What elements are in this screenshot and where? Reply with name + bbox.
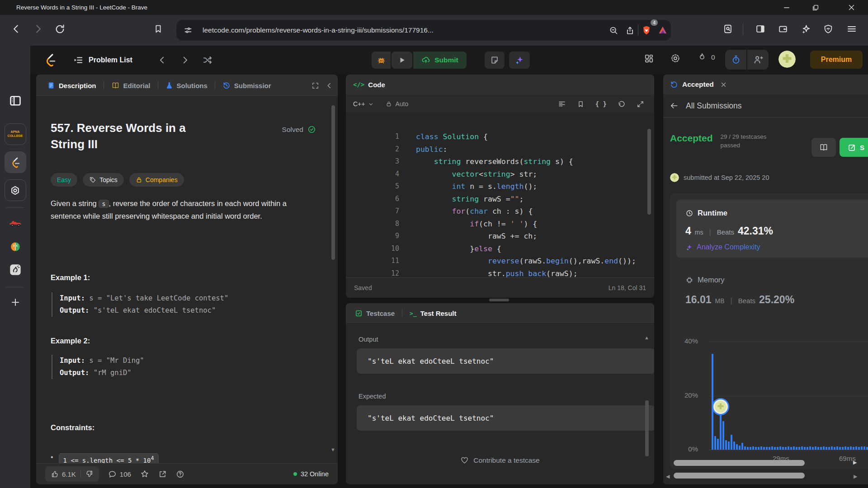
collapse-panel-icon[interactable] bbox=[326, 82, 333, 89]
share-icon[interactable] bbox=[622, 22, 638, 38]
chart-bar[interactable] bbox=[758, 447, 760, 450]
chart-bar[interactable] bbox=[850, 446, 852, 450]
minimize-button[interactable] bbox=[776, 0, 797, 15]
code-editor[interactable]: 1class Solution {2public:3 string revers… bbox=[346, 113, 654, 295]
random-problem-button[interactable] bbox=[203, 55, 212, 65]
testcase-scrollbar[interactable] bbox=[645, 400, 649, 456]
chart-bar[interactable] bbox=[826, 447, 827, 450]
sidebar-tab-leetcode[interactable] bbox=[5, 151, 26, 173]
chart-bar[interactable] bbox=[771, 446, 773, 450]
forward-button[interactable] bbox=[28, 19, 48, 39]
code-line[interactable]: 7 for(char ch : s) { bbox=[346, 205, 654, 218]
auto-save-indicator[interactable]: Auto bbox=[386, 100, 408, 108]
back-button[interactable] bbox=[6, 19, 26, 39]
panel-scroll-right[interactable]: ▶ bbox=[854, 474, 857, 479]
address-bar[interactable]: leetcode.com/problems/reverse-words-in-a… bbox=[176, 20, 671, 41]
memory-block[interactable]: Memory bbox=[685, 276, 725, 284]
debug-button[interactable] bbox=[372, 52, 391, 69]
sidebar-bookmark-brain[interactable] bbox=[9, 241, 21, 253]
bookmark-code-icon[interactable] bbox=[577, 100, 585, 108]
like-button[interactable]: 6.1K bbox=[51, 470, 76, 478]
ai-assistant-button[interactable] bbox=[509, 52, 530, 69]
expand-panel-icon[interactable] bbox=[311, 82, 319, 89]
all-submissions-bar[interactable]: All Submissions bbox=[663, 94, 868, 117]
settings-button[interactable] bbox=[670, 53, 681, 64]
chart-bar[interactable] bbox=[790, 447, 792, 450]
chart-bar[interactable] bbox=[788, 446, 789, 450]
chart-bar[interactable] bbox=[866, 447, 868, 450]
chart-bar[interactable] bbox=[733, 441, 735, 450]
chart-bar[interactable] bbox=[839, 447, 841, 450]
streak-counter[interactable]: 0 bbox=[697, 52, 715, 62]
chart-bar[interactable] bbox=[725, 440, 727, 450]
chart-bar[interactable] bbox=[741, 443, 743, 450]
code-line[interactable]: 10 }else { bbox=[346, 243, 654, 255]
chart-bar[interactable] bbox=[763, 447, 765, 450]
search-panel-button[interactable] bbox=[718, 19, 738, 39]
chart-bar[interactable] bbox=[801, 446, 803, 450]
chart-bar[interactable] bbox=[828, 447, 830, 450]
chart-bar[interactable] bbox=[815, 446, 816, 450]
scroll-up-arrow[interactable]: ▲ bbox=[644, 335, 649, 340]
topics-tag[interactable]: Topics bbox=[83, 173, 124, 187]
code-line[interactable]: 5 int n = s.length(); bbox=[346, 180, 654, 193]
chart-bar[interactable] bbox=[777, 447, 778, 450]
difficulty-badge[interactable]: Easy bbox=[51, 173, 77, 187]
brave-shield-button[interactable]: 4 bbox=[638, 22, 655, 38]
maximize-button[interactable] bbox=[805, 0, 826, 15]
leo-ai-button[interactable] bbox=[796, 19, 816, 39]
panel-scroll-left[interactable]: ◀ bbox=[666, 474, 670, 479]
wallet-button[interactable] bbox=[773, 19, 793, 39]
language-selector[interactable]: C++ bbox=[353, 100, 374, 108]
url-text[interactable]: leetcode.com/problems/reverse-words-in-a… bbox=[203, 26, 434, 34]
chart-bar[interactable] bbox=[796, 447, 797, 450]
code-line[interactable]: 2public: bbox=[346, 143, 654, 156]
vpn-button[interactable] bbox=[818, 19, 838, 39]
premium-button[interactable]: Premium bbox=[810, 51, 863, 69]
scroll-down-arrow[interactable]: ▼ bbox=[330, 447, 335, 452]
sidebar-panel-toggle[interactable] bbox=[9, 94, 22, 107]
chart-bar[interactable] bbox=[798, 447, 800, 450]
sidebar-tab-apna-college[interactable]: APNA COLLEGE bbox=[5, 123, 26, 145]
code-line[interactable]: 4 vector<string> str; bbox=[346, 168, 654, 181]
tab-solutions[interactable]: Solutions bbox=[164, 81, 209, 89]
code-line[interactable]: 11 reverse(rawS.begin(),rawS.end()); bbox=[346, 255, 654, 267]
sidebar-tab-chatgpt[interactable] bbox=[5, 179, 26, 201]
format-code-icon[interactable] bbox=[558, 100, 566, 108]
close-button[interactable] bbox=[841, 0, 862, 15]
chart-bar[interactable] bbox=[774, 447, 776, 450]
bookmark-page-button[interactable] bbox=[148, 19, 168, 39]
menu-button[interactable] bbox=[842, 19, 862, 39]
favorite-button[interactable] bbox=[140, 469, 149, 479]
chart-bar[interactable] bbox=[744, 446, 746, 450]
chart-bar[interactable] bbox=[717, 439, 719, 450]
chart-bar[interactable] bbox=[844, 446, 846, 450]
chart-bar[interactable] bbox=[755, 447, 757, 450]
notes-button[interactable] bbox=[485, 52, 505, 69]
chart-bar[interactable] bbox=[853, 447, 854, 450]
sidebar-bookmark-racing[interactable] bbox=[9, 218, 22, 228]
chart-bar[interactable] bbox=[817, 447, 819, 450]
chart-bar[interactable] bbox=[793, 446, 795, 450]
chart-bar[interactable] bbox=[720, 412, 722, 450]
description-scrollbar[interactable] bbox=[331, 105, 335, 260]
chart-bar[interactable] bbox=[766, 447, 768, 450]
tab-submissions[interactable]: Submissior bbox=[221, 81, 273, 89]
leetcode-logo[interactable] bbox=[43, 52, 57, 67]
contribute-testcase-link[interactable]: Contribute a testcase bbox=[346, 456, 654, 465]
user-submission-marker[interactable] bbox=[712, 398, 729, 415]
reload-button[interactable] bbox=[50, 19, 70, 39]
chart-scrollbar-thumb[interactable] bbox=[674, 460, 805, 466]
chart-scroll-right[interactable]: ▶ bbox=[853, 460, 857, 465]
chart-bar[interactable] bbox=[769, 447, 770, 450]
output-value-box[interactable]: "s'teL ekat edoCteeL tsetnoc" bbox=[357, 348, 654, 374]
chart-bar[interactable] bbox=[728, 441, 730, 450]
chart-bar[interactable] bbox=[731, 435, 732, 450]
share-problem-button[interactable] bbox=[158, 470, 167, 479]
chart-bar[interactable] bbox=[831, 446, 833, 450]
panel-hscroll-thumb[interactable] bbox=[674, 473, 805, 479]
reset-code-icon[interactable] bbox=[618, 100, 626, 108]
post-solution-button[interactable]: S bbox=[840, 138, 868, 157]
chart-bar[interactable] bbox=[739, 446, 741, 450]
chart-bar[interactable] bbox=[861, 446, 863, 450]
